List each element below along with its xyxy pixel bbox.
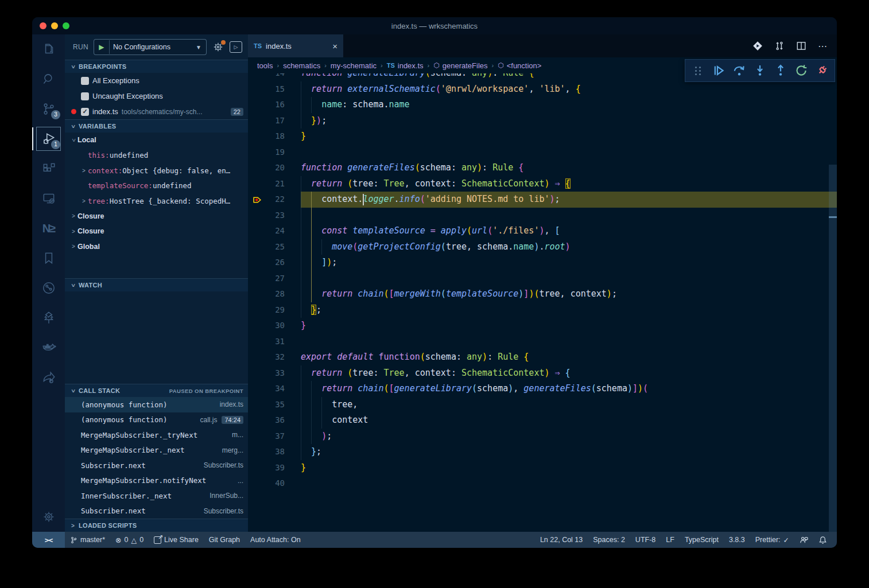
remote-indicator[interactable]: >< xyxy=(32,532,65,548)
sidebar-item-extensions[interactable] xyxy=(32,154,65,184)
loaded-scripts-section-header[interactable]: > LOADED SCRIPTS xyxy=(65,519,248,532)
code-line-33[interactable]: 33 return (tree: Tree, context: Schemati… xyxy=(248,365,837,381)
live-share-status[interactable]: ↗ Live Share xyxy=(149,532,204,548)
code-line-16[interactable]: 16 name: schema.name xyxy=(248,97,837,113)
variable-scope-row[interactable]: >Local xyxy=(65,133,248,148)
breakpoint-row[interactable]: ✓index.tstools/schematics/my-sch...22 xyxy=(65,104,248,119)
gutter[interactable]: 38 xyxy=(248,444,301,460)
breadcrumb-item[interactable]: tools xyxy=(257,61,273,70)
breakpoint-row[interactable]: Uncaught Exceptions xyxy=(65,88,248,104)
typescript-version-status[interactable]: 3.8.3 xyxy=(724,532,750,548)
variable-scope-row[interactable]: >Closure xyxy=(65,224,248,239)
close-tab-icon[interactable]: × xyxy=(332,41,337,51)
code-line-21[interactable]: 21 return (tree: Tree, context: Schemati… xyxy=(248,176,837,192)
sidebar-item-search[interactable] xyxy=(32,64,65,94)
git-graph-status[interactable]: Git Graph xyxy=(204,532,245,548)
indentation-status[interactable]: Spaces: 2 xyxy=(588,532,630,548)
watch-section-header[interactable]: > WATCH xyxy=(65,278,248,291)
code-line-30[interactable]: 30} xyxy=(248,318,837,334)
close-window-icon[interactable] xyxy=(40,22,46,29)
call-stack-frame[interactable]: (anonymous function)index.ts xyxy=(65,397,248,412)
gutter[interactable]: 28 xyxy=(248,286,301,302)
sidebar-item-git-history[interactable] xyxy=(32,273,65,303)
sidebar-item-run-and-debug[interactable]: 1 xyxy=(32,124,65,154)
launch-configuration-dropdown[interactable]: ▶ No Configurations ▼ xyxy=(94,39,207,55)
variable-scope-row[interactable]: >Closure xyxy=(65,209,248,224)
gutter[interactable]: 21 xyxy=(248,176,301,192)
variable-row[interactable]: this: undefined xyxy=(65,148,248,163)
gutter[interactable]: 25 xyxy=(248,239,301,255)
checkbox[interactable] xyxy=(81,77,89,85)
call-stack-frame[interactable]: MergeMapSubscriber._nextmerg... xyxy=(65,443,248,458)
step-over-button[interactable] xyxy=(731,63,747,79)
prettier-status[interactable]: Prettier: ✓ xyxy=(750,532,794,548)
gutter[interactable]: 31 xyxy=(248,334,301,350)
checkbox[interactable] xyxy=(81,92,89,100)
sidebar-item-nx-console[interactable]: N≥ xyxy=(32,213,65,243)
gutter[interactable]: 32 xyxy=(248,349,301,365)
code-line-18[interactable]: 18} xyxy=(248,128,837,145)
gutter[interactable]: 22 xyxy=(248,192,301,208)
maximize-window-icon[interactable] xyxy=(63,22,69,29)
gutter[interactable]: 29 xyxy=(248,302,301,318)
scrollbar[interactable] xyxy=(829,57,837,532)
code-line-22[interactable]: 22 context.logger.info('adding NOTES.md … xyxy=(248,192,837,208)
code-line-17[interactable]: 17 }); xyxy=(248,113,837,129)
sidebar-item-docker[interactable] xyxy=(32,333,65,363)
notifications-button[interactable] xyxy=(813,532,832,548)
gutter[interactable]: 24 xyxy=(248,223,301,239)
gutter[interactable]: 40 xyxy=(248,476,301,492)
open-changes-icon[interactable] xyxy=(752,41,763,51)
gutter[interactable]: 26 xyxy=(248,255,301,271)
call-stack-frame[interactable]: MergeMapSubscriber.notifyNext... xyxy=(65,473,248,489)
step-into-button[interactable] xyxy=(752,63,768,79)
code-line-26[interactable]: 26 ]); xyxy=(248,255,837,271)
code-line-37[interactable]: 37 ); xyxy=(248,429,837,445)
gutter[interactable]: 39 xyxy=(248,460,301,476)
breakpoint-row[interactable]: All Exceptions xyxy=(65,73,248,88)
continue-button[interactable] xyxy=(711,63,727,79)
code-line-35[interactable]: 35 tree, xyxy=(248,397,837,413)
call-stack-section-header[interactable]: > CALL STACK PAUSED ON BREAKPOINT xyxy=(65,384,248,397)
breadcrumb-item[interactable]: my-schematic xyxy=(331,61,377,70)
encoding-status[interactable]: UTF-8 xyxy=(630,532,661,548)
code-line-25[interactable]: 25 move(getProjectConfig(tree, schema.na… xyxy=(248,239,837,255)
code-line-19[interactable]: 19 xyxy=(248,145,837,161)
variable-row[interactable]: >tree: HostTree {_backend: ScopedH… xyxy=(65,193,248,209)
restart-button[interactable] xyxy=(793,63,809,79)
problems-status[interactable]: ⊗0 △0 xyxy=(110,532,149,548)
code-line-23[interactable]: 23 xyxy=(248,208,837,224)
gutter[interactable]: 15 xyxy=(248,81,301,98)
code-line-15[interactable]: 15 return externalSchematic('@nrwl/works… xyxy=(248,81,837,98)
code-line-27[interactable]: 27 xyxy=(248,271,837,287)
debug-console-button[interactable]: ▷ xyxy=(230,41,242,53)
gutter[interactable]: 27 xyxy=(248,271,301,287)
sidebar-item-test-explorer[interactable] xyxy=(32,303,65,333)
code-line-39[interactable]: 39} xyxy=(248,460,837,476)
gutter[interactable]: 33 xyxy=(248,365,301,381)
scrollbar-slider[interactable] xyxy=(829,165,837,532)
code-line-34[interactable]: 34 return chain([generateLibrary(schema)… xyxy=(248,381,837,397)
auto-attach-status[interactable]: Auto Attach: On xyxy=(245,532,306,548)
gutter[interactable]: 17 xyxy=(248,113,301,129)
code-line-20[interactable]: 20function generateFiles(schema: any): R… xyxy=(248,160,837,176)
disconnect-button[interactable] xyxy=(814,63,830,79)
compare-changes-icon[interactable] xyxy=(774,41,785,51)
call-stack-frame[interactable]: MergeMapSubscriber._tryNextm... xyxy=(65,427,248,443)
code-line-40[interactable]: 40 xyxy=(248,476,837,492)
gutter[interactable]: 36 xyxy=(248,412,301,429)
code-line-38[interactable]: 38 }; xyxy=(248,444,837,460)
checkbox[interactable]: ✓ xyxy=(81,108,89,116)
start-debugging-icon[interactable]: ▶ xyxy=(94,40,110,54)
call-stack-frame[interactable]: (anonymous function)call.js74:24 xyxy=(65,412,248,428)
gutter[interactable]: 20 xyxy=(248,160,301,176)
step-out-button[interactable] xyxy=(773,63,789,79)
breadcrumb-item[interactable]: TSindex.ts xyxy=(387,61,424,70)
gutter[interactable]: 16 xyxy=(248,97,301,113)
code-line-28[interactable]: 28 return chain([mergeWith(templateSourc… xyxy=(248,286,837,302)
eol-status[interactable]: LF xyxy=(661,532,680,548)
gutter[interactable]: 34 xyxy=(248,381,301,397)
git-branch-status[interactable]: master* xyxy=(65,532,110,548)
variables-section-header[interactable]: > VARIABLES xyxy=(65,119,248,133)
split-editor-icon[interactable] xyxy=(796,41,806,51)
